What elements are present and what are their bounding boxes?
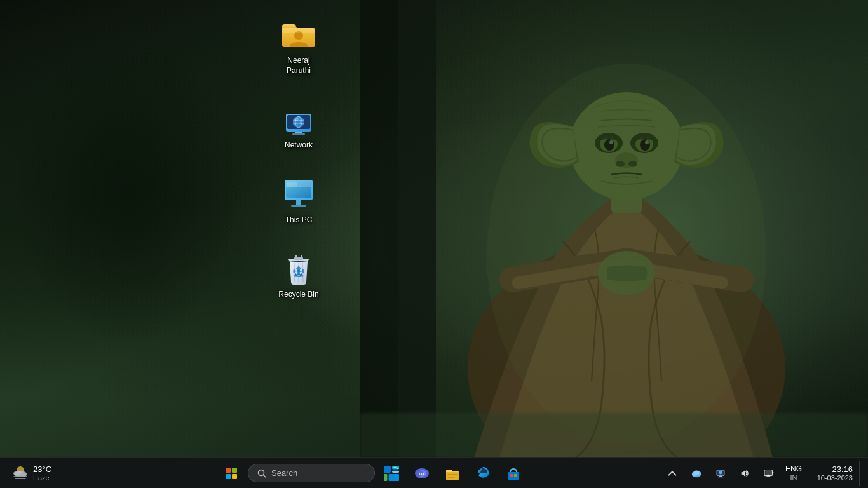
svg-rect-81 xyxy=(768,474,769,475)
weather-temperature: 23°C xyxy=(33,464,51,474)
desktop-icon-neeraj-paruthi[interactable]: Neeraj Paruthi xyxy=(273,13,324,78)
show-desktop-button[interactable] xyxy=(859,461,863,486)
desktop-icons-area: Neeraj Paruthi xyxy=(0,0,868,458)
network-label: Network xyxy=(285,140,313,151)
clock-date: 10-03-2023 xyxy=(817,474,853,482)
computer-icon xyxy=(280,175,318,213)
network-tray-icon[interactable] xyxy=(709,462,732,485)
weather-text-area: 23°C Haze xyxy=(33,464,51,482)
svg-rect-47 xyxy=(226,468,231,473)
clock-area[interactable]: 23:16 10-03-2023 xyxy=(807,464,858,482)
widgets-button[interactable] xyxy=(377,461,405,486)
neeraj-paruthi-label: Neeraj Paruthi xyxy=(276,56,322,76)
language-region: IN xyxy=(790,473,797,482)
store-button[interactable] xyxy=(499,461,527,486)
search-icon xyxy=(257,469,266,478)
svg-rect-55 xyxy=(392,470,399,472)
desktop-icon-network[interactable]: Network xyxy=(273,97,324,153)
weather-widget[interactable]: 23°C Haze xyxy=(5,460,81,487)
svg-point-71 xyxy=(694,470,700,475)
svg-rect-50 xyxy=(232,474,237,479)
recycle-bin-label: Recycle Bin xyxy=(278,290,318,300)
weather-description: Haze xyxy=(33,474,51,482)
network-icon xyxy=(280,100,318,138)
svg-rect-48 xyxy=(232,468,237,473)
svg-rect-56 xyxy=(384,474,387,481)
svg-text:∞: ∞ xyxy=(419,470,424,477)
recycle-bin-icon xyxy=(280,249,318,287)
folder-user-icon xyxy=(280,15,318,53)
file-explorer-button[interactable] xyxy=(438,461,466,486)
svg-rect-53 xyxy=(384,466,391,473)
svg-rect-80 xyxy=(766,475,770,476)
onedrive-icon[interactable] xyxy=(685,462,708,485)
svg-rect-66 xyxy=(510,474,513,477)
volume-icon[interactable] xyxy=(733,462,756,485)
svg-rect-36 xyxy=(287,182,297,187)
language-indicator[interactable]: ENG IN xyxy=(782,463,806,484)
svg-rect-26 xyxy=(292,133,305,135)
desktop-icon-recycle-bin[interactable]: Recycle Bin xyxy=(273,247,324,302)
svg-rect-65 xyxy=(508,472,519,480)
svg-rect-35 xyxy=(291,205,306,207)
taskbar: 23°C Haze Search xyxy=(0,458,868,488)
system-tray: ENG IN 23:16 10-03-2023 xyxy=(661,461,863,486)
svg-rect-49 xyxy=(226,474,231,479)
svg-rect-75 xyxy=(718,477,724,477)
edge-browser-button[interactable] xyxy=(469,461,497,486)
svg-rect-74 xyxy=(719,475,722,477)
svg-rect-82 xyxy=(773,471,773,473)
start-button[interactable] xyxy=(217,461,245,486)
language-code: ENG xyxy=(785,464,802,473)
teams-button[interactable]: ∞ xyxy=(408,461,436,486)
svg-point-30 xyxy=(295,118,299,121)
svg-rect-34 xyxy=(296,200,301,205)
desktop-icon-this-pc[interactable]: This PC xyxy=(273,172,324,228)
svg-rect-57 xyxy=(389,474,399,481)
this-pc-label: This PC xyxy=(285,215,313,226)
search-bar[interactable]: Search xyxy=(248,464,375,482)
search-placeholder: Search xyxy=(271,468,297,478)
svg-rect-63 xyxy=(447,474,458,475)
tray-expand-button[interactable] xyxy=(661,462,684,485)
svg-line-52 xyxy=(263,475,266,477)
taskbar-center: Search ∞ xyxy=(85,461,660,486)
clock-time: 23:16 xyxy=(832,464,853,474)
svg-rect-64 xyxy=(447,477,455,478)
display-icon[interactable] xyxy=(757,462,780,485)
svg-rect-79 xyxy=(765,471,771,475)
svg-rect-22 xyxy=(282,28,315,33)
svg-rect-67 xyxy=(514,474,517,477)
svg-point-27 xyxy=(293,116,304,128)
svg-point-76 xyxy=(719,471,722,474)
svg-rect-37 xyxy=(294,257,303,260)
svg-rect-62 xyxy=(446,472,459,480)
weather-icon xyxy=(11,463,29,484)
